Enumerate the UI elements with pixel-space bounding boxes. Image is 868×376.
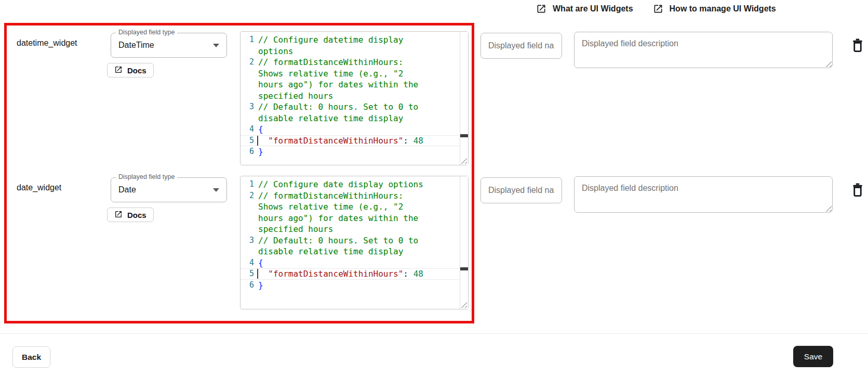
code-content[interactable]: // Default: 0 hours. Set to 0 to disable…: [258, 101, 428, 124]
how-to-manage-ui-widgets-link[interactable]: How to manage UI Widgets: [653, 4, 776, 14]
line-number: 2: [241, 57, 254, 101]
docs-button[interactable]: Docs: [107, 208, 154, 222]
line-number: 4: [241, 124, 254, 135]
json-config-editor: 1// Configure datetime display options2/…: [240, 31, 469, 165]
line-number: 3: [241, 101, 254, 124]
code-line: 6}: [241, 146, 460, 158]
header-doc-links: What are UI Widgets How to manage UI Wid…: [536, 2, 776, 16]
displayed-field-description-wrap: [574, 32, 833, 68]
code-content[interactable]: // formatDistanceWithinHours: Shows rela…: [258, 190, 428, 235]
widget-name-label: date_widget: [17, 183, 61, 192]
line-number: 3: [241, 235, 254, 257]
code-content[interactable]: {: [258, 124, 428, 135]
delete-widget-button[interactable]: [850, 38, 865, 54]
code-content[interactable]: // Default: 0 hours. Set to 0 to disable…: [258, 235, 428, 257]
link-label: What are UI Widgets: [553, 4, 633, 14]
widget-name-label: datetime_widget: [17, 38, 77, 48]
line-number: 1: [241, 34, 254, 57]
code-edit-area[interactable]: 1// Configure datetime display options2/…: [241, 32, 460, 165]
line-number: 2: [241, 190, 254, 235]
code-line: 4{: [241, 257, 460, 269]
text-cursor: [257, 269, 258, 279]
widget-configuration-page: What are UI Widgets How to manage UI Wid…: [0, 0, 868, 376]
chevron-down-icon: [213, 44, 219, 47]
code-content[interactable]: "formatDistanceWithinHours": 48: [258, 135, 428, 147]
delete-widget-button[interactable]: [850, 183, 865, 198]
code-line: 5 "formatDistanceWithinHours": 48: [241, 135, 460, 147]
code-content[interactable]: // Configure date display options: [258, 179, 428, 190]
line-number: 5: [241, 268, 254, 280]
cursor-position-marker: [460, 134, 468, 137]
code-edit-area[interactable]: 1// Configure date display options2// fo…: [241, 176, 460, 309]
json-config-editor: 1// Configure date display options2// fo…: [240, 176, 469, 309]
line-number: 4: [241, 257, 254, 269]
code-line: 1// Configure date display options: [241, 179, 460, 190]
chevron-down-icon: [213, 188, 219, 192]
code-content[interactable]: "formatDistanceWithinHours": 48: [258, 268, 428, 280]
trash-icon: [851, 191, 864, 199]
docs-button-label: Docs: [127, 211, 146, 219]
link-label: How to manage UI Widgets: [670, 4, 776, 14]
displayed-field-description-textarea[interactable]: [574, 176, 833, 213]
trash-icon: [851, 46, 864, 54]
displayed-field-name-input[interactable]: [480, 177, 562, 203]
external-link-icon: [653, 4, 663, 14]
save-button[interactable]: Save: [793, 346, 833, 367]
displayed-field-type-select[interactable]: Displayed field type Date: [111, 177, 227, 202]
code-content[interactable]: }: [258, 146, 428, 158]
what-are-ui-widgets-link[interactable]: What are UI Widgets: [536, 4, 633, 14]
cursor-position-marker: [460, 267, 468, 270]
code-content[interactable]: // formatDistanceWithinHours: Shows rela…: [258, 57, 428, 101]
displayed-field-description-wrap: [574, 176, 833, 213]
code-line: 3// Default: 0 hours. Set to 0 to disabl…: [241, 235, 460, 257]
code-content[interactable]: {: [258, 257, 428, 269]
code-content[interactable]: // Configure datetime display options: [258, 34, 428, 57]
code-line: 2// formatDistanceWithinHours: Shows rel…: [241, 190, 460, 235]
line-number: 6: [241, 146, 254, 158]
external-link-icon: [114, 210, 123, 220]
code-line: 5 "formatDistanceWithinHours": 48: [241, 268, 460, 280]
docs-button[interactable]: Docs: [107, 63, 154, 77]
code-line: 1// Configure datetime display options: [241, 34, 460, 57]
displayed-field-description-textarea[interactable]: [574, 32, 833, 68]
code-line: 2// formatDistanceWithinHours: Shows rel…: [241, 57, 460, 101]
line-number: 1: [241, 179, 254, 190]
docs-button-label: Docs: [127, 66, 146, 75]
text-cursor: [257, 136, 258, 146]
code-line: 6}: [241, 280, 460, 291]
code-line: 4{: [241, 124, 460, 135]
field-type-value: Date: [118, 185, 136, 195]
footer-divider: [0, 333, 868, 334]
external-link-icon: [114, 66, 123, 75]
line-number: 5: [241, 135, 254, 147]
code-line: 3// Default: 0 hours. Set to 0 to disabl…: [241, 101, 460, 124]
field-type-value: DateTime: [118, 41, 154, 50]
external-link-icon: [536, 4, 546, 14]
code-content[interactable]: }: [258, 280, 428, 291]
line-number: 6: [241, 280, 254, 291]
editor-scrollbar[interactable]: [460, 32, 468, 165]
back-button[interactable]: Back: [12, 346, 50, 368]
displayed-field-type-select[interactable]: Displayed field type DateTime: [111, 33, 227, 58]
field-type-floating-label: Displayed field type: [116, 173, 177, 180]
editor-scrollbar[interactable]: [460, 176, 468, 309]
field-type-floating-label: Displayed field type: [116, 29, 177, 36]
displayed-field-name-input[interactable]: [480, 33, 562, 59]
